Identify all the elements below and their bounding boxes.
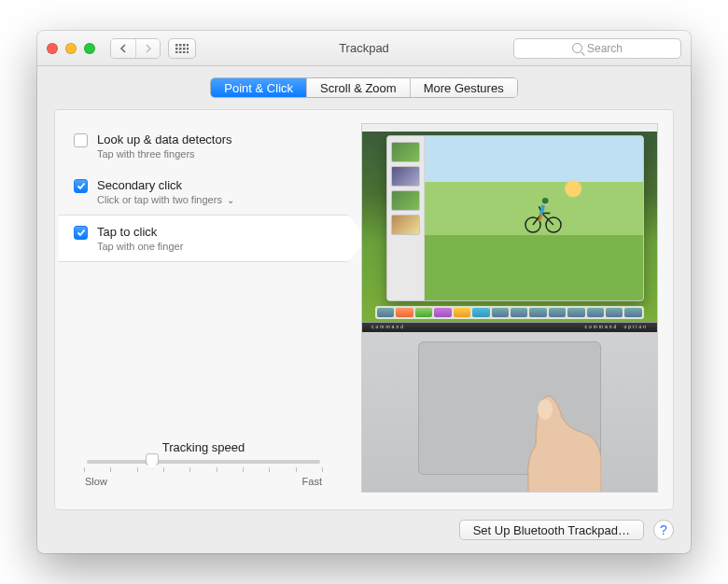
segmented-control: Point & Click Scroll & Zoom More Gesture… [210, 77, 517, 98]
svg-point-15 [542, 198, 549, 204]
option-subtitle: Tap with one finger [97, 241, 183, 252]
svg-rect-5 [179, 48, 182, 50]
svg-rect-10 [183, 51, 186, 53]
tracking-speed-label: Tracking speed [83, 440, 324, 454]
option-subtitle: Tap with three fingers [97, 148, 232, 160]
content-panel: Look up & data detectors Tap with three … [54, 109, 674, 510]
checkbox-tap-to-click[interactable] [74, 226, 88, 240]
svg-rect-11 [187, 51, 189, 53]
titlebar: Trackpad Search [37, 31, 691, 66]
svg-rect-6 [183, 48, 186, 50]
preview-screen [362, 124, 657, 323]
tracking-speed-slider[interactable] [87, 460, 320, 464]
option-title: Look up & data detectors [97, 132, 232, 146]
finger-icon [508, 389, 601, 493]
search-field[interactable]: Search [513, 38, 681, 59]
option-title: Tap to click [97, 225, 183, 239]
svg-rect-2 [183, 44, 186, 47]
preview-keyboard: command command option [362, 323, 657, 332]
svg-rect-7 [187, 48, 189, 50]
svg-rect-3 [187, 44, 189, 47]
option-look-up[interactable]: Look up & data detectors Tap with three … [59, 123, 348, 169]
checkbox-look-up[interactable] [74, 133, 88, 147]
preview-dock [375, 306, 644, 319]
options-column: Look up & data detectors Tap with three … [59, 123, 348, 493]
zoom-button[interactable] [84, 43, 95, 54]
fast-label: Fast [302, 476, 322, 487]
tab-scroll-zoom[interactable]: Scroll & Zoom [306, 78, 410, 97]
option-title: Secondary click [97, 178, 234, 192]
minimize-button[interactable] [65, 43, 77, 54]
back-button[interactable] [111, 39, 135, 58]
chevron-down-icon[interactable]: ⌄ [227, 195, 234, 205]
slider-knob[interactable] [146, 453, 159, 468]
svg-point-16 [538, 399, 553, 420]
svg-rect-9 [179, 51, 182, 53]
svg-rect-8 [175, 51, 178, 53]
svg-rect-1 [179, 44, 182, 47]
close-button[interactable] [47, 43, 58, 54]
slider-ticks [83, 467, 324, 472]
nav-group [110, 38, 161, 59]
svg-rect-0 [175, 44, 178, 47]
options-list: Look up & data detectors Tap with three … [59, 123, 348, 262]
tab-more-gestures[interactable]: More Gestures [410, 78, 517, 97]
setup-bluetooth-button[interactable]: Set Up Bluetooth Trackpad… [459, 520, 644, 540]
forward-button[interactable] [135, 39, 160, 58]
show-all-button[interactable] [168, 38, 196, 59]
help-button[interactable]: ? [653, 520, 674, 540]
prefs-window: Trackpad Search Point & Click Scroll & Z… [37, 31, 691, 553]
preview-body [362, 332, 657, 492]
option-tap-to-click[interactable]: Tap to click Tap with one finger [59, 215, 348, 262]
gesture-preview: command command option [361, 123, 658, 493]
tab-row: Point & Click Scroll & Zoom More Gesture… [37, 66, 691, 98]
svg-rect-4 [175, 48, 178, 50]
option-subtitle: Click or tap with two fingers [97, 194, 222, 205]
option-secondary-click[interactable]: Secondary click Click or tap with two fi… [59, 169, 348, 215]
traffic-lights [47, 43, 95, 54]
preview-app-window [386, 135, 644, 301]
search-icon [572, 43, 582, 53]
search-placeholder: Search [587, 42, 623, 55]
footer: Set Up Bluetooth Trackpad… ? [37, 520, 691, 553]
tab-point-click[interactable]: Point & Click [211, 78, 306, 97]
tracking-speed-group: Tracking speed Slow Fast [59, 440, 348, 493]
slow-label: Slow [85, 476, 107, 487]
checkbox-secondary-click[interactable] [74, 179, 88, 193]
